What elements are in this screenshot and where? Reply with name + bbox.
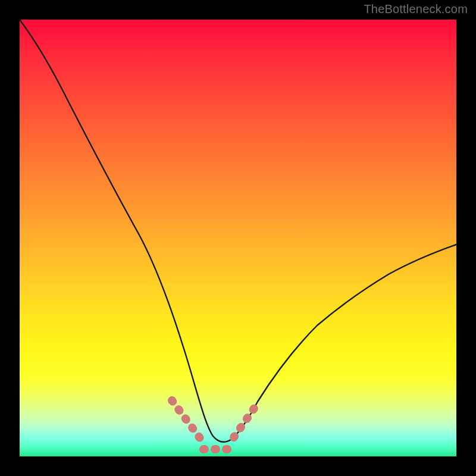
bottleneck-curve: [20, 20, 456, 442]
watermark-text: TheBottleneck.com: [364, 2, 468, 16]
chart-canvas: TheBottleneck.com: [0, 0, 476, 476]
plot-area: [20, 20, 456, 456]
highlight-left-icon: [172, 400, 203, 442]
curve-layer: [20, 20, 456, 456]
